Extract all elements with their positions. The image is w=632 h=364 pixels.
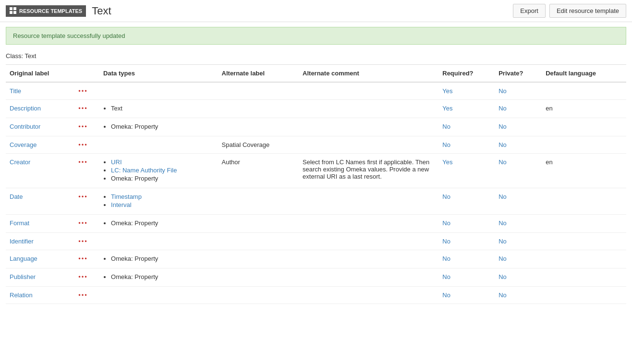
row-default-language: en [542,100,626,118]
svg-rect-0 [10,7,12,10]
row-actions-dots[interactable]: ••• [74,100,99,118]
row-required: No [438,136,495,154]
row-alternate-comment [299,136,438,154]
row-data-types [99,233,218,250]
row-default-language [542,287,626,304]
row-alternate-comment [299,250,438,268]
row-private: No [495,100,542,118]
row-alternate-label [218,82,299,100]
row-label[interactable]: Date [6,188,74,215]
breadcrumb-label: RESOURCE TEMPLATES [19,8,82,14]
table-row: Identifier•••NoNo [6,233,626,250]
row-actions-dots[interactable]: ••• [74,215,99,233]
row-label[interactable]: Language [6,250,74,268]
row-private: No [495,188,542,215]
row-label[interactable]: Publisher [6,268,74,287]
class-label: Class: Text [0,49,632,64]
row-alternate-comment [299,82,438,100]
row-alternate-comment [299,100,438,118]
breadcrumb[interactable]: RESOURCE TEMPLATES [6,5,86,17]
row-actions-dots[interactable]: ••• [74,250,99,268]
row-data-types: TimestampInterval [99,188,218,215]
row-required: No [438,215,495,233]
row-required: Yes [438,100,495,118]
row-default-language [542,188,626,215]
row-alternate-label [218,287,299,304]
row-label[interactable]: Identifier [6,233,74,250]
success-message: Resource template successfully updated [13,32,125,39]
row-label[interactable]: Creator [6,154,74,188]
row-default-language [542,118,626,136]
row-private: No [495,118,542,136]
row-private: No [495,154,542,188]
row-default-language: en [542,154,626,188]
row-actions-dots[interactable]: ••• [74,82,99,100]
col-alternate-label: Alternate label [218,65,299,83]
table-row: Creator•••URILC: Name Authority FileOmek… [6,154,626,188]
row-data-types: Omeka: Property [99,118,218,136]
grid-icon [10,7,16,15]
row-alternate-label [218,233,299,250]
row-default-language [542,233,626,250]
edit-resource-template-button[interactable]: Edit resource template [549,4,626,18]
row-label[interactable]: Title [6,82,74,100]
row-alternate-comment [299,188,438,215]
row-default-language [542,268,626,287]
svg-rect-1 [13,7,16,10]
row-label[interactable]: Contributor [6,118,74,136]
row-required: No [438,250,495,268]
row-alternate-label [218,100,299,118]
row-private: No [495,268,542,287]
svg-rect-3 [13,11,16,14]
table-row: Publisher•••Omeka: PropertyNoNo [6,268,626,287]
row-alternate-label [218,188,299,215]
table-row: Date•••TimestampIntervalNoNo [6,188,626,215]
row-alternate-label: Spatial Coverage [218,136,299,154]
row-alternate-label [218,118,299,136]
row-alternate-comment [299,118,438,136]
row-actions-dots[interactable]: ••• [74,136,99,154]
row-alternate-label [218,268,299,287]
row-actions-dots[interactable]: ••• [74,287,99,304]
row-data-types [99,136,218,154]
data-type-link[interactable]: URI [111,158,122,166]
row-data-types: Omeka: Property [99,250,218,268]
row-data-types [99,82,218,100]
row-default-language [542,250,626,268]
row-data-types: URILC: Name Authority FileOmeka: Propert… [99,154,218,188]
table-row: Contributor•••Omeka: PropertyNoNo [6,118,626,136]
col-private: Private? [495,65,542,83]
data-type-link[interactable]: LC: Name Authority File [111,167,177,174]
row-alternate-label: Author [218,154,299,188]
row-label[interactable]: Coverage [6,136,74,154]
page-header: RESOURCE TEMPLATES Text Export Edit reso… [0,0,632,22]
row-required: No [438,268,495,287]
table-row: Relation•••NoNo [6,287,626,304]
table-header-row: Original label Data types Alternate labe… [6,65,626,83]
col-required: Required? [438,65,495,83]
row-required: Yes [438,82,495,100]
row-label[interactable]: Relation [6,287,74,304]
export-button[interactable]: Export [513,4,546,18]
row-required: Yes [438,154,495,188]
row-alternate-comment [299,287,438,304]
data-type-link[interactable]: Interval [111,201,132,208]
row-private: No [495,250,542,268]
resource-table-container: Original label Data types Alternate labe… [0,64,632,304]
row-actions-dots[interactable]: ••• [74,118,99,136]
row-actions-dots[interactable]: ••• [74,233,99,250]
col-dots [74,65,99,83]
row-actions-dots[interactable]: ••• [74,154,99,188]
row-default-language [542,82,626,100]
row-label[interactable]: Format [6,215,74,233]
table-row: Coverage•••Spatial CoverageNoNo [6,136,626,154]
row-data-types: Omeka: Property [99,215,218,233]
row-alternate-label [218,250,299,268]
row-private: No [495,136,542,154]
col-original-label: Original label [6,65,74,83]
data-type-link[interactable]: Timestamp [111,193,142,200]
row-actions-dots[interactable]: ••• [74,268,99,287]
row-actions-dots[interactable]: ••• [74,188,99,215]
col-data-types: Data types [99,65,218,83]
row-label[interactable]: Description [6,100,74,118]
